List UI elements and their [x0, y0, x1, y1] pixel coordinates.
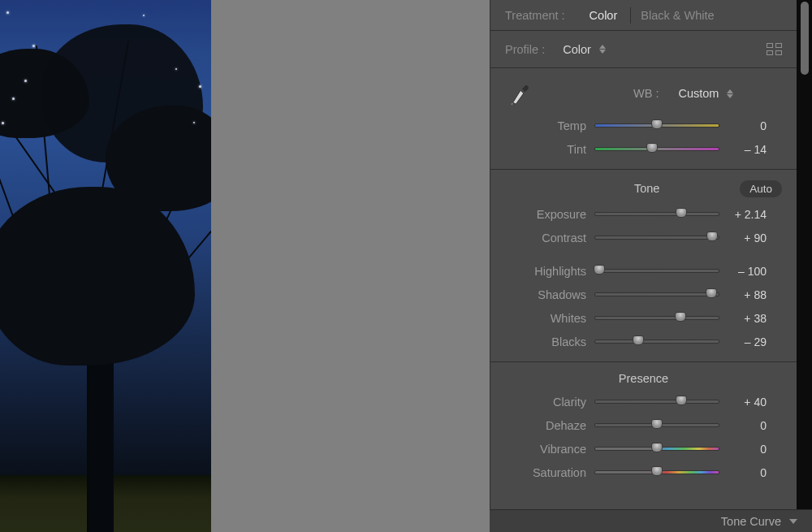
shadows-label: Shadows: [505, 288, 594, 301]
exposure-value[interactable]: + 2.14: [719, 208, 768, 221]
wb-preset-dropdown[interactable]: Custom: [678, 87, 733, 100]
clarity-slider[interactable]: [594, 400, 719, 404]
exposure-slider[interactable]: [594, 212, 719, 216]
slider-handle[interactable]: [594, 265, 605, 275]
tone-section: Tone Auto Exposure+ 2.14Contrast+ 90High…: [490, 170, 797, 362]
slider-handle[interactable]: [646, 143, 658, 153]
updown-icon: [599, 45, 606, 54]
contrast-slider-row: Contrast+ 90: [505, 226, 782, 249]
tint-label: Tint: [505, 143, 594, 156]
eyedropper-icon: [508, 81, 533, 106]
profile-browser-button[interactable]: [767, 43, 782, 55]
profile-value: Color: [563, 43, 591, 56]
eyedropper-tool[interactable]: [505, 78, 536, 109]
contrast-label: Contrast: [505, 231, 594, 244]
slider-handle[interactable]: [651, 419, 663, 429]
blacks-slider[interactable]: [594, 340, 719, 344]
saturation-slider[interactable]: [594, 470, 719, 474]
whites-label: Whites: [505, 312, 594, 325]
temp-label: Temp: [505, 119, 594, 132]
clarity-label: Clarity: [505, 396, 594, 409]
profile-label: Profile :: [505, 43, 545, 56]
tint-slider-row: Tint – 14: [505, 137, 782, 161]
treatment-divider: [630, 7, 631, 24]
tone-curve-panel-header[interactable]: Tone Curve: [490, 509, 812, 532]
slider-handle[interactable]: [676, 208, 687, 218]
highlights-slider[interactable]: [594, 269, 719, 273]
dehaze-value[interactable]: 0: [719, 419, 768, 432]
slider-handle[interactable]: [706, 288, 717, 298]
tint-slider[interactable]: [594, 147, 719, 151]
exposure-label: Exposure: [505, 208, 594, 221]
shadows-slider-row: Shadows+ 88: [505, 283, 782, 306]
treatment-row: Treatment : Color Black & White: [490, 0, 797, 31]
dehaze-slider[interactable]: [594, 423, 719, 427]
tint-value[interactable]: – 14: [719, 143, 768, 156]
image-preview: [0, 0, 211, 532]
auto-button[interactable]: Auto: [740, 180, 782, 197]
updown-icon: [727, 89, 733, 98]
slider-handle[interactable]: [651, 119, 663, 129]
temp-slider[interactable]: [594, 123, 719, 128]
profile-dropdown[interactable]: Color: [563, 43, 606, 56]
tone-title: Tone: [505, 182, 740, 195]
develop-panel: Treatment : Color Black & White Profile …: [490, 0, 797, 532]
highlights-value[interactable]: – 100: [719, 265, 768, 278]
clarity-value[interactable]: + 40: [719, 396, 768, 409]
slider-handle[interactable]: [633, 335, 644, 345]
dehaze-slider-row: Dehaze0: [505, 413, 782, 437]
slider-handle[interactable]: [676, 396, 687, 405]
vibrance-value[interactable]: 0: [719, 443, 768, 456]
vibrance-slider[interactable]: [594, 447, 719, 451]
chevron-down-icon: [789, 519, 797, 524]
wb-section: WB : Custom Temp 0 Tint – 14: [490, 68, 797, 170]
highlights-label: Highlights: [505, 265, 594, 278]
shadows-value[interactable]: + 88: [719, 288, 768, 301]
tone-curve-label: Tone Curve: [721, 515, 781, 528]
vibrance-slider-row: Vibrance0: [505, 437, 782, 461]
presence-title: Presence: [505, 367, 782, 390]
temp-value[interactable]: 0: [719, 119, 768, 132]
slider-handle[interactable]: [651, 443, 663, 452]
presence-section: Presence Clarity+ 40Dehaze0Vibrance0Satu…: [490, 362, 797, 508]
slider-handle[interactable]: [651, 466, 663, 476]
contrast-value[interactable]: + 90: [719, 231, 768, 244]
treatment-color-option[interactable]: Color: [590, 9, 618, 22]
blacks-label: Blacks: [505, 335, 594, 348]
saturation-value[interactable]: 0: [719, 466, 768, 479]
contrast-slider[interactable]: [594, 236, 719, 240]
dehaze-label: Dehaze: [505, 419, 594, 432]
profile-row: Profile : Color: [490, 31, 797, 68]
blacks-slider-row: Blacks– 29: [505, 330, 782, 353]
panel-scrollbar[interactable]: [797, 0, 812, 532]
whites-slider-row: Whites+ 38: [505, 306, 782, 330]
whites-value[interactable]: + 38: [719, 312, 768, 325]
wb-preset-value: Custom: [678, 87, 719, 100]
scrollbar-thumb[interactable]: [801, 2, 809, 75]
slider-handle[interactable]: [706, 231, 718, 241]
slider-handle[interactable]: [675, 312, 686, 322]
highlights-slider-row: Highlights– 100: [505, 259, 782, 283]
treatment-bw-option[interactable]: Black & White: [641, 9, 714, 22]
exposure-slider-row: Exposure+ 2.14: [505, 202, 782, 226]
vibrance-label: Vibrance: [505, 443, 594, 456]
treatment-label: Treatment :: [505, 9, 565, 22]
blacks-value[interactable]: – 29: [719, 335, 768, 348]
wb-label: WB :: [633, 87, 659, 100]
whites-slider[interactable]: [594, 316, 719, 320]
clarity-slider-row: Clarity+ 40: [505, 390, 782, 413]
saturation-label: Saturation: [505, 466, 594, 479]
shadows-slider[interactable]: [594, 292, 719, 296]
temp-slider-row: Temp 0: [505, 114, 782, 137]
saturation-slider-row: Saturation0: [505, 461, 782, 484]
